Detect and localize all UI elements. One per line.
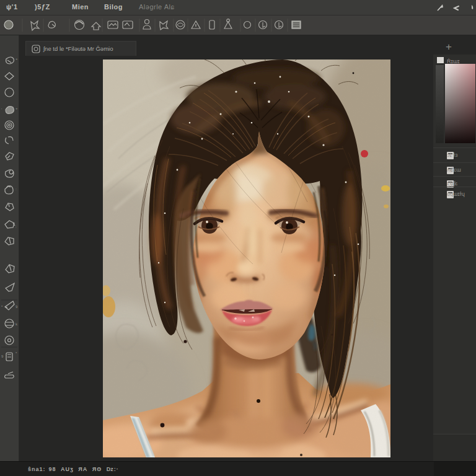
svg-text:*: *	[1, 305, 3, 309]
svg-text:k: k	[15, 322, 18, 326]
svg-text:': '	[1, 108, 2, 112]
svg-text:9: 9	[15, 305, 18, 309]
svg-text::: :	[15, 187, 17, 191]
svg-text:+: +	[15, 107, 18, 110]
svg-text:+: +	[15, 57, 18, 61]
svg-text:*: *	[15, 351, 17, 355]
svg-text:;: ;	[15, 224, 17, 228]
svg-text:9: 9	[1, 355, 4, 358]
